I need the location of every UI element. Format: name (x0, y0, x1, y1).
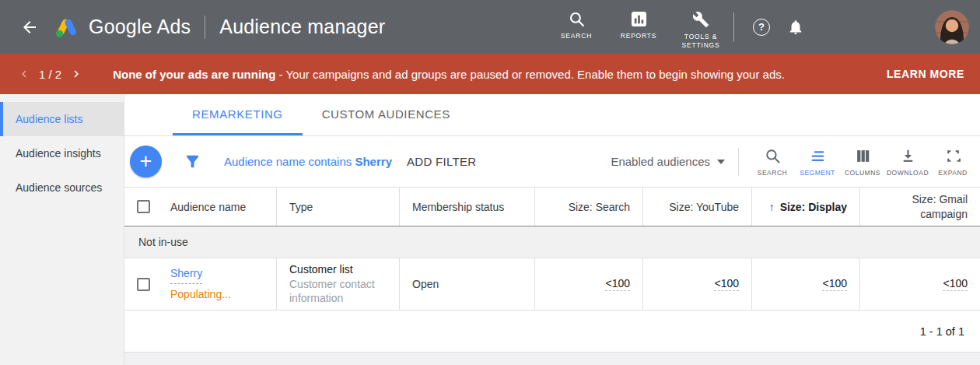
audience-name-link[interactable]: Sherry (170, 265, 202, 284)
column-label-membership-status: Membership status (412, 201, 504, 213)
table-search-button[interactable]: SEARCH (750, 146, 795, 177)
table-expand-button[interactable]: EXPAND (930, 146, 975, 177)
cell-size-display: <100 (751, 258, 859, 310)
size-youtube-value[interactable]: <100 (714, 277, 739, 291)
header-size-search[interactable]: Size: Search (534, 188, 642, 226)
help-icon: ? (758, 21, 765, 33)
sidebar-item-audience-lists[interactable]: Audience lists (0, 102, 124, 136)
size-display-value[interactable]: <100 (822, 277, 847, 291)
learn-more-link[interactable]: LEARN MORE (887, 68, 964, 80)
select-all-checkbox[interactable] (137, 200, 150, 213)
filter-icon[interactable] (184, 153, 201, 170)
tab-remarketing[interactable]: REMARKETING (173, 94, 303, 135)
columns-icon (855, 148, 871, 164)
page-title: Audience manager (219, 16, 385, 38)
column-label-type: Type (289, 201, 313, 213)
column-label-size-search: Size: Search (569, 201, 630, 213)
google-ads-logo-icon[interactable] (54, 16, 79, 38)
notifications-button[interactable] (787, 19, 804, 36)
table-expand-label: EXPAND (938, 169, 967, 177)
main-panel: REMARKETING CUSTOM AUDIENCES + Audience … (124, 94, 980, 365)
table-segment-button[interactable]: SEGMENT (795, 146, 840, 177)
column-label-size-gmail: Size: Gmail campaign (873, 192, 968, 222)
size-gmail-value[interactable]: <100 (943, 277, 968, 291)
audience-state-dropdown[interactable]: Enabled audiences (611, 155, 725, 168)
caret-down-icon (717, 160, 725, 164)
table-columns-button[interactable]: COLUMNS (840, 146, 885, 177)
cell-size-youtube: <100 (642, 258, 751, 310)
add-audience-button[interactable]: + (130, 146, 162, 177)
group-label: Not in-use (138, 236, 188, 248)
nav-tools-settings-label: TOOLS & SETTINGS (677, 33, 724, 50)
back-arrow-icon (20, 18, 39, 37)
pagination-range: 1 - 1 of 1 (920, 325, 964, 338)
help-button[interactable]: ? (753, 19, 770, 36)
segment-icon (810, 148, 826, 164)
sidebar-item-audience-sources[interactable]: Audience sources (0, 170, 124, 205)
expand-icon (945, 148, 961, 164)
header-size-gmail[interactable]: Size: Gmail campaign (859, 188, 980, 226)
audience-name-stack: Sherry Populating... (170, 265, 231, 303)
footer-background (124, 353, 980, 365)
brand-name: Google Ads (89, 16, 191, 38)
banner-message-body: - Your campaigns and ad groups are pause… (275, 68, 785, 81)
toolbar-actions: SEARCH SEGMENT COLUMNS (750, 146, 975, 177)
populating-status: Populating... (170, 286, 231, 304)
type-detail: Customer contact information (289, 277, 387, 307)
banner-pager: 1 / 2 (17, 67, 83, 81)
search-icon (569, 11, 585, 27)
download-icon (900, 148, 916, 164)
toolbar: + Audience name contains Sherry ADD FILT… (124, 136, 980, 188)
app-bar-nav: SEARCH REPORTS TOOLS & SETTINGS (548, 4, 729, 50)
column-label-size-youtube: Size: YouTube (669, 201, 739, 213)
table-header-row: Audience name Type Membership status Siz… (124, 188, 980, 226)
nav-reports-button[interactable]: REPORTS (611, 4, 667, 40)
audience-state-value: Enabled audiences (611, 155, 710, 168)
nav-tools-settings-button[interactable]: TOOLS & SETTINGS (673, 4, 729, 50)
cell-size-search: <100 (534, 258, 642, 310)
tab-bar: REMARKETING CUSTOM AUDIENCES (124, 94, 980, 136)
table-columns-label: COLUMNS (845, 169, 880, 177)
nav-search-button[interactable]: SEARCH (548, 4, 604, 40)
cell-audience-name: Sherry Populating... (124, 258, 276, 310)
table-row: Sherry Populating... Customer list Custo… (124, 258, 980, 311)
sidebar-item-audience-insights[interactable]: Audience insights (0, 136, 124, 170)
toolbar-divider (738, 148, 739, 176)
group-row-not-in-use: Not in-use (124, 226, 980, 258)
content: Audience lists Audience insights Audienc… (0, 94, 980, 365)
row-checkbox[interactable] (137, 278, 150, 291)
app-bar-divider (205, 16, 205, 39)
chevron-left-icon[interactable] (17, 67, 31, 81)
pagination-bar: 1 - 1 of 1 (124, 311, 980, 353)
reports-icon (631, 11, 647, 27)
filter-condition: Audience name contains (224, 155, 352, 168)
table-download-label: DOWNLOAD (887, 169, 929, 177)
active-filter-chip[interactable]: Audience name contains Sherry (224, 155, 392, 168)
bell-icon (787, 19, 804, 36)
header-size-display[interactable]: ↑ Size: Display (751, 188, 859, 226)
app-bar-divider (733, 12, 734, 42)
add-filter-button[interactable]: ADD FILTER (407, 155, 476, 168)
header-size-youtube[interactable]: Size: YouTube (642, 188, 751, 226)
header-type[interactable]: Type (276, 188, 399, 226)
size-search-value[interactable]: <100 (605, 277, 630, 291)
chevron-right-icon[interactable] (69, 67, 83, 81)
type-value: Customer list (289, 262, 387, 277)
cell-membership-status: Open (399, 258, 534, 310)
sidebar: Audience lists Audience insights Audienc… (0, 94, 124, 365)
nav-reports-label: REPORTS (621, 32, 657, 40)
banner-message-title: None of your ads are running (113, 68, 275, 81)
filter-value: Sherry (355, 155, 392, 168)
app-bar: Google Ads Audience manager SEARCH REPOR… (0, 0, 980, 54)
membership-value: Open (412, 278, 439, 290)
table-download-button[interactable]: DOWNLOAD (885, 146, 930, 177)
nav-search-label: SEARCH (561, 32, 592, 40)
account-avatar[interactable] (935, 10, 969, 44)
tab-custom-audiences[interactable]: CUSTOM AUDIENCES (303, 94, 470, 135)
banner-message: None of your ads are running - Your camp… (113, 68, 785, 81)
header-audience-name: Audience name (124, 188, 276, 226)
column-label-audience-name[interactable]: Audience name (170, 201, 246, 213)
search-icon (765, 148, 781, 164)
header-membership-status[interactable]: Membership status (399, 188, 534, 226)
back-button[interactable] (16, 13, 44, 41)
